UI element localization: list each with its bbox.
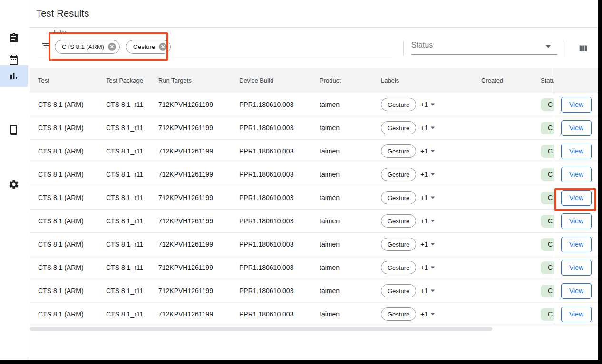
sidebar bbox=[0, 0, 28, 360]
column-header-actions bbox=[554, 68, 598, 93]
cell-view: View bbox=[554, 210, 598, 232]
chevron-down-icon bbox=[431, 103, 435, 105]
cell-device-build: PPR1.180610.003 bbox=[239, 124, 320, 132]
status-chip-text: C bbox=[548, 194, 553, 201]
toolbar-divider bbox=[563, 40, 563, 57]
view-button[interactable]: View bbox=[561, 144, 592, 159]
chevron-down-icon bbox=[431, 173, 435, 175]
labels-more-dropdown[interactable]: +1 bbox=[420, 240, 435, 248]
horizontal-scrollbar[interactable] bbox=[30, 327, 492, 331]
filter-icon[interactable] bbox=[41, 40, 51, 51]
view-button[interactable]: View bbox=[561, 260, 592, 276]
cell-device-build: PPR1.180610.003 bbox=[239, 264, 320, 271]
cell-status: C bbox=[541, 215, 554, 228]
cell-run-targets: 712KPVH1261199 bbox=[158, 194, 239, 201]
column-header: Product bbox=[320, 77, 381, 84]
labels-more-dropdown[interactable]: +1 bbox=[420, 264, 435, 271]
schedule-icon bbox=[8, 54, 19, 66]
view-button[interactable]: View bbox=[561, 283, 592, 299]
cell-test-package: CTS 8.1_r11 bbox=[106, 264, 158, 271]
view-button[interactable]: View bbox=[561, 237, 592, 252]
chip-remove-icon[interactable]: ✕ bbox=[159, 43, 167, 51]
sidebar-item-test-plans[interactable] bbox=[0, 27, 28, 49]
filter-chip[interactable]: CTS 8.1 (ARM) ✕ bbox=[55, 40, 120, 54]
cell-status: C bbox=[541, 192, 554, 204]
table-row: CTS 8.1 (ARM) CTS 8.1_r11 712KPVH1261199… bbox=[30, 163, 598, 186]
cell-test: CTS 8.1 (ARM) bbox=[30, 287, 106, 295]
cell-product: taimen bbox=[320, 240, 381, 248]
label-chip-text: Gesture bbox=[388, 171, 409, 178]
filter-chip[interactable]: Gesture ✕ bbox=[126, 40, 171, 54]
cell-status: C bbox=[541, 285, 554, 297]
cell-labels: Gesture +1 bbox=[381, 238, 481, 251]
filter-field-label: Filter bbox=[54, 29, 67, 36]
cell-device-build: PPR1.180610.003 bbox=[239, 217, 320, 225]
toolbar-divider bbox=[403, 41, 404, 56]
table-row: CTS 8.1 (ARM) CTS 8.1_r11 712KPVH1261199… bbox=[30, 210, 598, 233]
chevron-down-icon bbox=[431, 266, 435, 268]
label-chip[interactable]: Gesture bbox=[381, 168, 416, 181]
label-chip[interactable]: Gesture bbox=[381, 191, 416, 204]
label-chip[interactable]: Gesture bbox=[381, 144, 416, 158]
column-header: Created bbox=[481, 77, 541, 84]
cell-labels: Gesture +1 bbox=[381, 168, 481, 181]
labels-more-dropdown[interactable]: +1 bbox=[420, 287, 435, 295]
test-plans-icon bbox=[8, 32, 19, 44]
sidebar-item-devices[interactable] bbox=[0, 119, 28, 141]
sidebar-item-settings[interactable] bbox=[0, 173, 28, 195]
label-chip[interactable]: Gesture bbox=[381, 238, 416, 251]
labels-more-dropdown[interactable]: +1 bbox=[420, 147, 435, 155]
column-header: Test bbox=[30, 77, 106, 84]
sidebar-item-test-results[interactable] bbox=[0, 65, 28, 87]
labels-more-dropdown[interactable]: +1 bbox=[420, 124, 435, 132]
view-button[interactable]: View bbox=[561, 97, 592, 113]
cell-view: View bbox=[554, 163, 598, 186]
app-window: Test Results Filter CTS 8.1 (ARM) ✕ Gest… bbox=[0, 0, 598, 360]
labels-more-dropdown[interactable]: +1 bbox=[420, 171, 435, 178]
view-button[interactable]: View bbox=[561, 213, 592, 229]
status-chip-text: C bbox=[548, 287, 553, 295]
status-chip-text: C bbox=[548, 240, 553, 248]
labels-more-count: +1 bbox=[420, 101, 428, 108]
labels-more-dropdown[interactable]: +1 bbox=[420, 217, 435, 225]
column-header: Run Targets bbox=[158, 77, 239, 84]
chip-remove-icon[interactable]: ✕ bbox=[108, 43, 116, 51]
label-chip[interactable]: Gesture bbox=[381, 214, 416, 228]
status-chip: C bbox=[541, 238, 554, 251]
label-chip[interactable]: Gesture bbox=[381, 261, 416, 274]
cell-view: View bbox=[554, 116, 598, 139]
labels-more-dropdown[interactable]: +1 bbox=[420, 194, 435, 201]
cell-test: CTS 8.1 (ARM) bbox=[30, 124, 106, 132]
table-row: CTS 8.1 (ARM) CTS 8.1_r11 712KPVH1261199… bbox=[30, 279, 598, 303]
view-button[interactable]: View bbox=[561, 120, 592, 136]
cell-product: taimen bbox=[320, 101, 381, 108]
label-chip[interactable]: Gesture bbox=[381, 121, 416, 134]
status-filter-select[interactable]: Status bbox=[411, 41, 557, 55]
cell-labels: Gesture +1 bbox=[381, 121, 481, 134]
column-header: Status bbox=[541, 77, 554, 84]
cell-status: C bbox=[541, 168, 554, 181]
cell-product: taimen bbox=[320, 147, 381, 155]
chevron-down-icon bbox=[546, 45, 551, 48]
table-row: CTS 8.1 (ARM) CTS 8.1_r11 712KPVH1261199… bbox=[30, 303, 598, 326]
devices-icon bbox=[8, 124, 19, 135]
table-row: CTS 8.1 (ARM) CTS 8.1_r11 712KPVH1261199… bbox=[30, 140, 598, 163]
view-button[interactable]: View bbox=[561, 307, 592, 322]
label-chip[interactable]: Gesture bbox=[381, 284, 416, 297]
labels-more-count: +1 bbox=[420, 240, 428, 248]
cell-labels: Gesture +1 bbox=[381, 191, 481, 204]
labels-more-dropdown[interactable]: +1 bbox=[420, 101, 435, 108]
view-columns-icon[interactable] bbox=[578, 43, 588, 54]
label-chip[interactable]: Gesture bbox=[381, 307, 416, 321]
column-header: Test Package bbox=[106, 77, 158, 84]
cell-view: View bbox=[554, 186, 598, 209]
cell-device-build: PPR1.180610.003 bbox=[239, 287, 320, 295]
label-chip[interactable]: Gesture bbox=[381, 98, 416, 111]
labels-more-dropdown[interactable]: +1 bbox=[420, 310, 435, 318]
view-button[interactable]: View bbox=[561, 190, 592, 206]
cell-device-build: PPR1.180610.003 bbox=[239, 310, 320, 318]
label-chip-text: Gesture bbox=[388, 287, 409, 295]
status-chip: C bbox=[541, 261, 554, 274]
view-button[interactable]: View bbox=[561, 167, 592, 182]
cell-status: C bbox=[541, 122, 554, 134]
